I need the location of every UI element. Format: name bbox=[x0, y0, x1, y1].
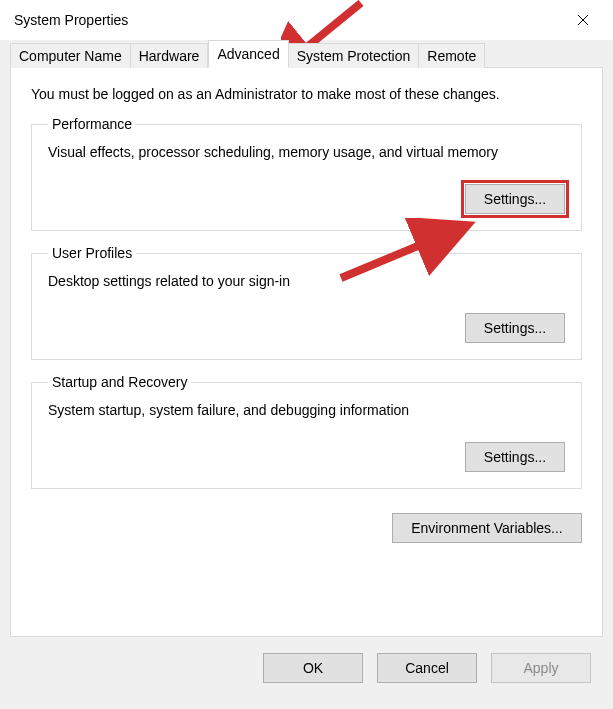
titlebar: System Properties bbox=[0, 0, 613, 40]
tab-hardware[interactable]: Hardware bbox=[131, 43, 209, 68]
group-performance-legend: Performance bbox=[48, 116, 136, 132]
dialog-body: Computer Name Hardware Advanced System P… bbox=[0, 40, 613, 709]
performance-settings-button[interactable]: Settings... bbox=[465, 184, 565, 214]
performance-desc: Visual effects, processor scheduling, me… bbox=[48, 144, 565, 160]
startup-recovery-settings-button[interactable]: Settings... bbox=[465, 442, 565, 472]
env-vars-row: Environment Variables... bbox=[31, 503, 582, 543]
tab-system-protection[interactable]: System Protection bbox=[289, 43, 420, 68]
group-user-profiles: User Profiles Desktop settings related t… bbox=[31, 245, 582, 360]
close-button[interactable] bbox=[563, 5, 603, 35]
performance-actions: Settings... bbox=[48, 184, 565, 214]
apply-button[interactable]: Apply bbox=[491, 653, 591, 683]
user-profiles-settings-button[interactable]: Settings... bbox=[465, 313, 565, 343]
tabpanel-advanced: You must be logged on as an Administrato… bbox=[10, 67, 603, 637]
group-user-profiles-legend: User Profiles bbox=[48, 245, 136, 261]
admin-note: You must be logged on as an Administrato… bbox=[31, 86, 582, 102]
group-startup-recovery: Startup and Recovery System startup, sys… bbox=[31, 374, 582, 489]
ok-button[interactable]: OK bbox=[263, 653, 363, 683]
group-performance: Performance Visual effects, processor sc… bbox=[31, 116, 582, 231]
user-profiles-actions: Settings... bbox=[48, 313, 565, 343]
environment-variables-button[interactable]: Environment Variables... bbox=[392, 513, 582, 543]
dialog-footer: OK Cancel Apply bbox=[10, 637, 603, 699]
window-title: System Properties bbox=[14, 12, 128, 28]
tabstrip: Computer Name Hardware Advanced System P… bbox=[10, 40, 603, 68]
tab-advanced[interactable]: Advanced bbox=[208, 40, 288, 68]
group-startup-recovery-legend: Startup and Recovery bbox=[48, 374, 191, 390]
user-profiles-desc: Desktop settings related to your sign-in bbox=[48, 273, 565, 289]
startup-recovery-actions: Settings... bbox=[48, 442, 565, 472]
tab-computer-name[interactable]: Computer Name bbox=[10, 43, 131, 68]
close-icon bbox=[577, 14, 589, 26]
tab-remote[interactable]: Remote bbox=[419, 43, 485, 68]
startup-recovery-desc: System startup, system failure, and debu… bbox=[48, 402, 565, 418]
cancel-button[interactable]: Cancel bbox=[377, 653, 477, 683]
